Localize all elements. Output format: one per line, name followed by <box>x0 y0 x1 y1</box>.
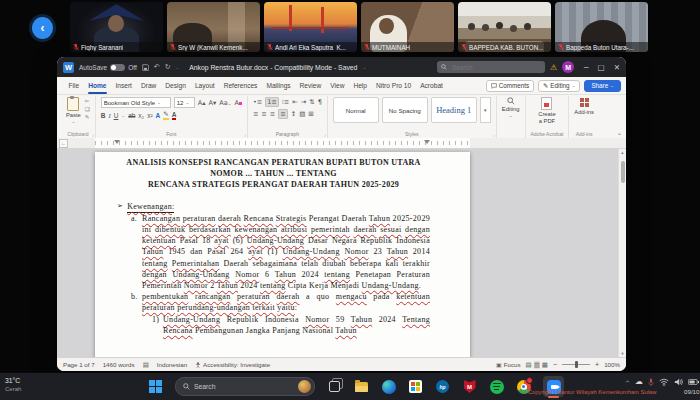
change-case-icon[interactable]: Aa⌄ <box>219 99 231 107</box>
web-layout-icon[interactable]: ▦ <box>542 361 548 369</box>
taskbar-search[interactable]: Search <box>175 377 315 396</box>
sort-icon[interactable]: ⇅ <box>309 98 314 106</box>
style-normal[interactable]: Normal <box>333 97 379 123</box>
zoom-in-button[interactable]: + <box>595 361 599 368</box>
tab-layout[interactable]: Layout <box>190 77 219 94</box>
tab-design[interactable]: Design <box>161 77 191 94</box>
subscript-button[interactable]: x₂ <box>138 112 144 119</box>
onedrive-cloud-icon[interactable]: ☁ <box>635 378 643 386</box>
edge-button[interactable] <box>381 379 396 394</box>
italic-button[interactable]: I <box>108 112 110 119</box>
superscript-button[interactable]: x² <box>147 112 152 119</box>
grow-font-icon[interactable]: A▴ <box>198 99 206 107</box>
maximize-button[interactable]: □ <box>598 63 605 72</box>
word-count[interactable]: 1460 words <box>103 361 135 368</box>
speaker-icon[interactable] <box>674 378 683 386</box>
mcafee-button[interactable]: M <box>462 379 477 394</box>
align-center-icon[interactable]: ≡ <box>261 110 266 118</box>
task-view-button[interactable] <box>327 379 342 394</box>
tab-insert[interactable]: Insert <box>111 77 137 94</box>
style-no-spacing[interactable]: No Spacing <box>382 97 428 123</box>
participant-tile[interactable]: Fiqhy Saranani <box>70 2 163 52</box>
shrink-font-icon[interactable]: A▾ <box>208 99 216 107</box>
share-button[interactable]: Share ⌄ <box>584 80 621 92</box>
zoom-out-button[interactable]: − <box>553 361 557 368</box>
tab-nitro-pro[interactable]: Nitro Pro 10 <box>371 77 415 94</box>
bold-button[interactable]: B <box>101 112 106 119</box>
zoom-slider[interactable] <box>562 364 590 365</box>
clock-date[interactable]: 09/10 <box>684 388 699 395</box>
close-button[interactable]: ✕ <box>614 63 620 72</box>
qat-chevron-icon[interactable]: ⌄ <box>176 65 180 70</box>
indent-marker[interactable] <box>424 140 430 144</box>
strikethrough-button[interactable]: ab <box>128 112 135 119</box>
scrollbar-thumb[interactable] <box>621 161 625 183</box>
tray-chevron-icon[interactable]: ^ <box>625 379 630 386</box>
undo-icon[interactable]: ↶ <box>154 63 160 71</box>
text-effects-button[interactable]: A <box>156 112 161 119</box>
styles-gallery-dropdown[interactable]: ▾ <box>480 97 491 123</box>
decrease-indent-icon[interactable]: ⇤ <box>292 98 297 106</box>
start-button[interactable] <box>148 379 163 394</box>
title-chevron-icon[interactable]: ⌄ <box>362 65 366 70</box>
battery-icon[interactable] <box>688 379 699 385</box>
participant-tile[interactable]: MUTMAINAH <box>361 2 454 52</box>
microphone-icon[interactable] <box>648 378 654 387</box>
accessibility-status[interactable]: Accessibility: Investigate <box>203 361 270 368</box>
editing-mode-button[interactable]: ✎ Editing ⌄ <box>538 80 580 92</box>
participant-tile[interactable]: BAPPEDA KAB. BUTON... <box>458 2 551 52</box>
clear-formatting-icon[interactable]: A <box>234 99 241 107</box>
indent-marker[interactable] <box>114 140 120 144</box>
dialog-launcher-icon[interactable]: ⌟ <box>324 132 326 137</box>
collapse-ribbon-icon[interactable]: ⌄ <box>617 129 622 136</box>
tab-draw[interactable]: Draw <box>136 77 160 94</box>
participant-tile[interactable]: Andi Ari Eka Saputra_K... <box>264 2 357 52</box>
dialog-launcher-icon[interactable]: ⌟ <box>92 132 94 137</box>
font-size-combo[interactable]: 12 ⌄ <box>174 97 195 108</box>
collapse-video-panel-button[interactable]: ‹ <box>32 17 53 39</box>
focus-button[interactable]: ▣ Focus <box>496 361 521 368</box>
microsoft-store-button[interactable] <box>408 379 423 394</box>
minimize-button[interactable]: ─ <box>584 63 589 72</box>
hp-app-button[interactable]: hp <box>435 379 450 394</box>
tab-view[interactable]: View <box>326 77 349 94</box>
warning-icon[interactable]: ⚠ <box>550 63 557 72</box>
wifi-icon[interactable] <box>659 378 669 386</box>
font-color-button[interactable]: A <box>172 111 177 120</box>
align-left-icon[interactable]: ≡ <box>253 110 258 118</box>
shading-icon[interactable]: ▨ <box>299 110 305 118</box>
search-input[interactable] <box>450 63 524 72</box>
redo-icon[interactable]: ↻ <box>165 63 171 71</box>
bullet-list-icon[interactable]: •≡ <box>253 98 262 106</box>
line-spacing-icon[interactable]: ↕ <box>291 110 296 118</box>
tab-references[interactable]: References <box>219 77 262 94</box>
word-app-icon[interactable]: W <box>63 62 74 73</box>
paste-button[interactable]: Paste ⌄ <box>66 97 81 124</box>
scroll-down-icon[interactable]: ▾ <box>619 351 626 356</box>
scroll-up-icon[interactable]: ▴ <box>619 150 626 155</box>
horizontal-ruler[interactable]: ∟ <box>57 138 626 149</box>
spotify-button[interactable] <box>489 379 504 394</box>
print-layout-icon[interactable]: ▥ <box>534 361 540 369</box>
comments-button[interactable]: Comments <box>486 80 534 92</box>
autosave-control[interactable]: AutoSave Off <box>79 64 137 71</box>
word-search-box[interactable] <box>437 61 545 73</box>
addins-button[interactable]: Add-ins <box>574 97 594 115</box>
search-highlight-badge[interactable] <box>298 380 311 393</box>
read-mode-icon[interactable]: ▤ <box>526 361 532 369</box>
multilevel-list-icon[interactable]: ⁝≡ <box>282 98 290 106</box>
pilcrow-icon[interactable]: ¶ <box>318 98 322 106</box>
language-indicator[interactable]: Indonesian <box>157 361 187 368</box>
tab-mailings[interactable]: Mailings <box>262 77 295 94</box>
numbered-list-icon[interactable]: 1≡ <box>265 97 279 107</box>
highlight-color-button[interactable]: ✎ <box>163 110 168 120</box>
tab-review[interactable]: Review <box>295 77 326 94</box>
tab-selector-icon[interactable]: ∟ <box>59 139 68 148</box>
font-name-combo[interactable]: Bookman Old Style ⌄ <box>101 97 171 108</box>
autosave-toggle[interactable] <box>110 64 125 71</box>
format-painter-icon[interactable]: ✎ <box>85 114 90 120</box>
zoom-level[interactable]: 100% <box>604 361 620 368</box>
cut-icon[interactable]: ✂ <box>85 98 90 104</box>
proofing-icon[interactable]: ▤ <box>143 361 149 369</box>
underline-button[interactable]: U <box>114 112 119 119</box>
